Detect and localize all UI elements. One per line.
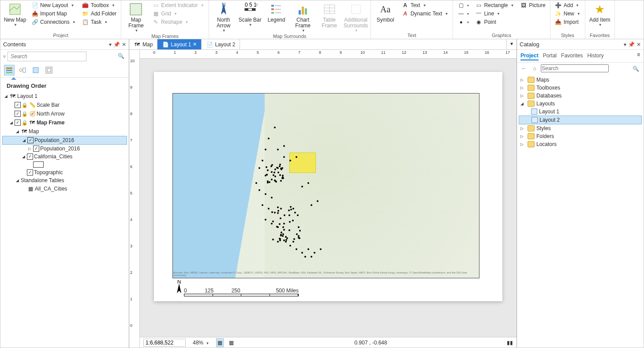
- tab-map[interactable]: 🗺Map: [129, 39, 157, 49]
- line-button[interactable]: 〰Line▼: [473, 10, 516, 18]
- close-icon[interactable]: ✕: [122, 41, 126, 48]
- home-button[interactable]: ⌂: [530, 65, 539, 71]
- picture-button[interactable]: 🖼Picture: [518, 1, 547, 9]
- basemap-credits: Sources: Esri, HERE, Garmin, Intermap, i…: [173, 271, 476, 277]
- legend-button[interactable]: Legend: [265, 1, 288, 23]
- text-button[interactable]: AText▼: [400, 1, 450, 9]
- layout-canvas[interactable]: Sources: Esri, HERE, Garmin, Intermap, i…: [140, 59, 517, 337]
- folder-icon: [528, 141, 535, 147]
- catalog-tab-favorites[interactable]: Favorites: [561, 52, 583, 60]
- pin-icon[interactable]: 📌: [113, 41, 120, 48]
- contents-search-input[interactable]: [7, 52, 86, 61]
- cat-toolboxes[interactable]: ▷Toolboxes: [519, 84, 642, 92]
- snap-grid-1-button[interactable]: ▦: [216, 338, 224, 347]
- styles-new-button[interactable]: ✨New▼: [553, 10, 582, 18]
- styles-add-button[interactable]: ➕Add▼: [553, 1, 582, 9]
- list-by-source-button[interactable]: [17, 65, 28, 75]
- scale-bar-icon: 0 5 10: [243, 2, 257, 16]
- new-layout-button[interactable]: 📄New Layout▼: [30, 1, 78, 9]
- plus-icon: ➕: [555, 2, 562, 9]
- pin-icon[interactable]: 📌: [628, 41, 635, 48]
- import-map-button[interactable]: 📥Import Map: [30, 10, 78, 18]
- catalog-tab-history[interactable]: History: [587, 52, 603, 60]
- map-frame-button[interactable]: Map Frame▼: [124, 1, 148, 33]
- contents-panel: Contents ▾📌✕ ▿ 🔍 Drawing Order ◢🗺Layout …: [0, 39, 129, 348]
- svg-rect-7: [252, 8, 255, 11]
- add-item-button[interactable]: ★Add Item▼: [588, 1, 612, 27]
- search-icon[interactable]: 🔍: [633, 66, 639, 72]
- tree-pop2016-b[interactable]: ▷✓Population_2016: [2, 145, 127, 153]
- tree-topo[interactable]: ✓Topographic: [2, 168, 127, 176]
- dropdown-icon[interactable]: ▾: [109, 41, 112, 48]
- north-arrow-element[interactable]: N: [175, 280, 183, 294]
- catalog-tab-portal[interactable]: Portal: [543, 52, 557, 60]
- tree-mapframe[interactable]: ◢✓🔒🗺Map Frame: [2, 118, 127, 127]
- toolbox-button[interactable]: 🧰Toolbox▼: [80, 1, 119, 9]
- line-style-button[interactable]: —▾: [456, 10, 471, 18]
- folder-icon: [528, 125, 535, 131]
- scale-bar-button[interactable]: 0 5 10Scale Bar▼: [238, 1, 262, 27]
- pause-drawing-button[interactable]: ▮▮: [507, 340, 513, 346]
- vertical-ruler: 109876543210: [129, 50, 140, 348]
- main-row: Contents ▾📌✕ ▿ 🔍 Drawing Order ◢🗺Layout …: [0, 39, 644, 348]
- cat-locators[interactable]: ▷Locators: [519, 140, 642, 148]
- catalog-search-input[interactable]: [541, 64, 609, 72]
- styles-import-button[interactable]: 📥Import: [553, 18, 582, 26]
- scale-input[interactable]: [143, 339, 186, 347]
- svg-rect-1: [130, 4, 142, 15]
- task-button[interactable]: 📋Task▼: [80, 18, 119, 26]
- new-map-button[interactable]: New Map▼: [3, 1, 27, 27]
- dropdown-icon[interactable]: ▾: [624, 41, 626, 48]
- list-by-drawing-button[interactable]: [4, 65, 15, 75]
- catalog-tab-project[interactable]: Project: [520, 52, 539, 60]
- cat-layout1[interactable]: Layout 1: [519, 108, 642, 116]
- filter-icon[interactable]: ▿: [3, 53, 6, 60]
- connections-button[interactable]: 🔗Connections▼: [30, 18, 78, 26]
- close-tab-icon[interactable]: ✕: [193, 41, 197, 47]
- point-style-button[interactable]: ●▾: [456, 18, 471, 26]
- list-by-selection-button[interactable]: [30, 65, 41, 75]
- cat-databases[interactable]: ▷Databases: [519, 92, 642, 100]
- ribbon-group-text: AaSymbol AText▼ ADynamic Text▼ Text: [371, 0, 453, 39]
- dynamic-text-button[interactable]: ADynamic Text▼: [400, 10, 450, 18]
- list-by-element-button[interactable]: [44, 65, 54, 75]
- tree-northarrow[interactable]: ✓🔒🧭North Arrow: [2, 109, 127, 118]
- text-a-icon: A: [402, 2, 409, 9]
- tree-standalone[interactable]: ◢Standalone Tables: [2, 176, 127, 184]
- cat-maps[interactable]: ▷Maps: [519, 76, 642, 84]
- tabs-menu-button[interactable]: ▾: [506, 39, 517, 49]
- tree-cacities[interactable]: ◢✓California_Cities: [2, 153, 127, 161]
- tree-map[interactable]: ◢🗺Map: [2, 127, 127, 136]
- north-arrow-button[interactable]: NNorth Arrow▼: [212, 1, 236, 33]
- tree-scalebar[interactable]: ✓🔒📏Scale Bar: [2, 101, 127, 109]
- back-button[interactable]: ←: [520, 65, 528, 71]
- chart-frame-button[interactable]: Chart Frame▼: [291, 1, 315, 33]
- ribbon-group-mapframes: Map Frame▼ ▭Extent Indicator▼ ▦Grid▼ ✎Re…: [121, 0, 209, 39]
- add-folder-button[interactable]: 📁Add Folder: [80, 10, 119, 18]
- cat-folders[interactable]: ▷Folders: [519, 132, 642, 140]
- rect-fill-button[interactable]: ▢▾: [456, 1, 471, 9]
- tree-layout1[interactable]: ◢🗺Layout 1: [2, 92, 127, 101]
- rectangle-button[interactable]: ▭Rectangle▼: [473, 1, 516, 9]
- svg-rect-15: [302, 7, 304, 15]
- reshape-icon: ✎: [152, 19, 159, 26]
- zoom-display[interactable]: 48% ▼: [190, 340, 212, 346]
- tree-allca[interactable]: ▦All_CA_Cities: [2, 184, 127, 193]
- layout-page[interactable]: Sources: Esri, HERE, Garmin, Intermap, i…: [154, 72, 502, 301]
- tab-layout2[interactable]: 📄Layout 2: [202, 39, 240, 49]
- map-frame-element[interactable]: Sources: Esri, HERE, Garmin, Intermap, i…: [172, 93, 479, 278]
- point-button[interactable]: ◉Point: [473, 18, 516, 26]
- cat-layout2[interactable]: Layout 2: [519, 116, 642, 124]
- snap-grid-2-button[interactable]: ▦: [228, 339, 235, 347]
- scale-bar-element[interactable]: 0125250500 Miles: [184, 287, 299, 293]
- search-icon[interactable]: 🔍: [118, 53, 124, 59]
- legend-icon: [270, 2, 284, 16]
- tab-layout1[interactable]: 📄Layout 1✕: [157, 39, 202, 49]
- tree-pop2016-a[interactable]: ◢✓Population_2016: [2, 136, 127, 145]
- menu-icon[interactable]: ≡: [637, 52, 640, 60]
- cat-layouts[interactable]: ◢Layouts: [519, 100, 642, 108]
- symbol-button[interactable]: AaSymbol: [374, 1, 397, 23]
- close-icon[interactable]: ✕: [637, 41, 641, 48]
- cat-styles[interactable]: ▷Styles: [519, 124, 642, 132]
- additional-surrounds-button: Additional Surrounds▼: [344, 1, 368, 33]
